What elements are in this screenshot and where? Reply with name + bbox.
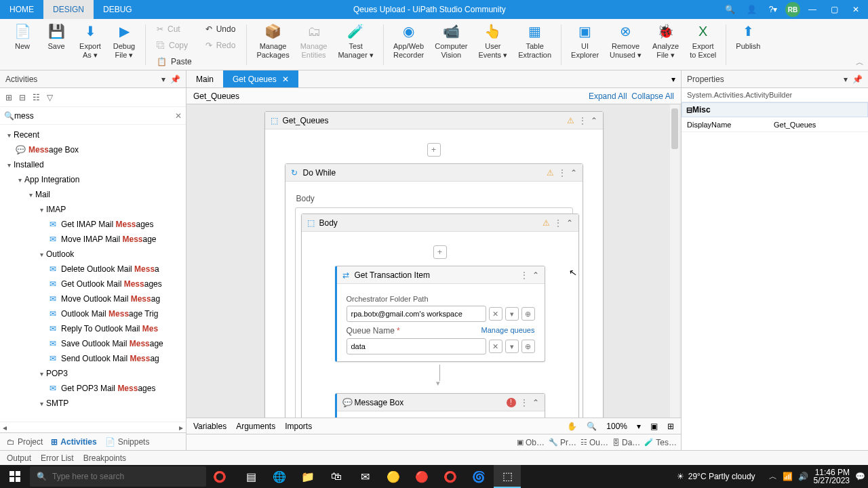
manage-queues-link[interactable]: Manage queues xyxy=(481,326,535,334)
clear-icon[interactable]: ✕ xyxy=(489,307,502,321)
tree-mail[interactable]: ▾Mail xyxy=(0,187,186,202)
menu-icon[interactable]: ⋮ xyxy=(554,218,562,228)
property-displayname[interactable]: DisplayName Get_Queues xyxy=(682,117,868,132)
breadcrumb[interactable]: Get_Queues xyxy=(193,92,239,101)
app-mail[interactable]: ✉ xyxy=(351,465,378,488)
app-opera[interactable]: ⭕ xyxy=(437,465,464,488)
taskbar-search-input[interactable] xyxy=(52,472,199,481)
analyze-file-button[interactable]: 🐞Analyze File ▾ xyxy=(647,22,684,60)
table-extraction-button[interactable]: ▦Table Extraction xyxy=(513,22,557,60)
ui-explorer-button[interactable]: ▣UI Explorer xyxy=(566,22,604,60)
taskbar-weather[interactable]: ☀ 29°C Partly cloudy xyxy=(677,472,755,481)
collapse-all-link[interactable]: Collapse All xyxy=(631,92,674,101)
tree-view-icon[interactable]: ☷ xyxy=(33,93,40,102)
publish-button[interactable]: ⬆Publish xyxy=(730,22,766,51)
activity-get-transaction[interactable]: ⇄Get Transaction Item⋮⌃ Orchestrator Fol… xyxy=(335,266,545,362)
errorlist-tab[interactable]: Error List xyxy=(41,453,74,463)
app-store[interactable]: 🛍 xyxy=(323,465,350,488)
arguments-tab[interactable]: Arguments xyxy=(236,422,275,431)
tray-chevron-icon[interactable]: ︿ xyxy=(769,471,777,483)
menu-debug[interactable]: DEBUG xyxy=(94,0,142,19)
manage-packages-button[interactable]: 📦Manage Packages xyxy=(251,22,294,60)
leaf-outlook-reply[interactable]: ✉Reply To Outlook Mail Mes xyxy=(0,321,186,336)
export-excel-button[interactable]: XExport to Excel xyxy=(684,22,722,60)
minimize-icon[interactable]: — xyxy=(803,0,822,19)
undo-button[interactable]: ↶ Undo xyxy=(201,22,240,37)
tree-smtp[interactable]: ▾SMTP xyxy=(0,396,186,411)
canvas-scrollbar[interactable] xyxy=(670,104,679,418)
leaf-outlook-trigger[interactable]: ✉Outlook Mail Message Trig xyxy=(0,306,186,321)
menu-icon[interactable]: ⋮ xyxy=(558,168,566,178)
footer-project-tab[interactable]: 🗀 Project xyxy=(7,437,43,447)
activity-get-queues[interactable]: ⬚Get_Queues⚠⋮⌃ + ↻Do While⚠⋮⌃ Body ⬚Body… xyxy=(264,111,604,418)
dropdown-icon[interactable]: ▾ xyxy=(161,75,165,84)
tab-get-queues[interactable]: Get Queues✕ xyxy=(223,70,298,87)
manage-entities-button[interactable]: 🗂Manage Entities xyxy=(295,22,333,60)
menu-icon[interactable]: ⋮ xyxy=(578,116,587,125)
tree-outlook[interactable]: ▾Outlook xyxy=(0,247,186,262)
add-activity-button[interactable]: + xyxy=(433,245,447,259)
app-uipath[interactable]: ⬚ xyxy=(494,465,521,488)
outline-object[interactable]: ▣ Ob… xyxy=(517,438,545,447)
dropdown-icon[interactable]: ▾ xyxy=(505,340,519,353)
copy-button[interactable]: ⿻ Copy xyxy=(153,38,196,53)
collapse-icon[interactable]: ⌃ xyxy=(532,398,539,407)
close-tab-icon[interactable]: ✕ xyxy=(282,70,289,88)
leaf-outlook-delete[interactable]: ✉Delete Outlook Mail Messa xyxy=(0,262,186,277)
outline-data[interactable]: 🗄 Da… xyxy=(612,438,640,447)
user-icon[interactable]: 👤 xyxy=(742,0,761,19)
activities-search-input[interactable] xyxy=(14,108,175,123)
dropdown-icon[interactable]: ▾ xyxy=(505,307,519,321)
folder-path-input[interactable] xyxy=(347,306,486,322)
app-chrome[interactable]: 🟡 xyxy=(380,465,407,488)
output-tab[interactable]: Output xyxy=(7,453,31,463)
app-edge[interactable]: 🌐 xyxy=(266,465,293,488)
plus-icon[interactable]: ⊕ xyxy=(521,307,535,321)
close-icon[interactable]: ✕ xyxy=(846,0,865,19)
appweb-recorder-button[interactable]: ◉App/Web Recorder xyxy=(388,22,429,60)
ribbon-collapse-icon[interactable]: ︿ xyxy=(856,57,864,68)
leaf-pop3-get[interactable]: ✉Get POP3 Mail Messages xyxy=(0,381,186,396)
debug-file-button[interactable]: ▶Debug File ▾ xyxy=(107,22,141,60)
tree-app-integration[interactable]: ▾App Integration xyxy=(0,172,186,187)
scroll-right-icon[interactable]: ▸ xyxy=(179,423,183,432)
activity-message-box[interactable]: 💬Message Box!⋮⌃ Text {} ! ⤢ xyxy=(335,393,545,418)
add-activity-button[interactable]: + xyxy=(427,143,441,157)
leaf-message-box[interactable]: 💬Message Box xyxy=(0,142,186,157)
leaf-imap-get[interactable]: ✉Get IMAP Mail Messages xyxy=(0,217,186,232)
help-icon[interactable]: ?▾ xyxy=(764,0,783,19)
app-browser[interactable]: 🌀 xyxy=(465,465,492,488)
expand-all-link[interactable]: Expand All xyxy=(589,92,627,101)
expand-icon[interactable]: ⊞ xyxy=(5,93,12,102)
save-button[interactable]: 💾Save xyxy=(39,22,73,51)
tree-installed[interactable]: ▾Installed xyxy=(0,157,186,172)
collapse-icon[interactable]: ⌃ xyxy=(566,218,573,228)
activity-do-while[interactable]: ↻Do While⚠⋮⌃ Body ⬚Body⚠⋮⌃ + ⇄Get Transa… xyxy=(285,163,583,418)
paste-button[interactable]: 📋 Paste xyxy=(153,54,196,69)
menu-home[interactable]: HOME xyxy=(0,0,43,19)
test-manager-button[interactable]: 🧪Test Manager ▾ xyxy=(332,22,378,60)
leaf-imap-move[interactable]: ✉Move IMAP Mail Message xyxy=(0,232,186,247)
tab-main[interactable]: Main xyxy=(186,70,223,87)
footer-snippets-tab[interactable]: 📄 Snippets xyxy=(105,437,150,447)
variables-tab[interactable]: Variables xyxy=(193,422,226,431)
tray-sound-icon[interactable]: 🔊 xyxy=(798,472,808,481)
property-category-misc[interactable]: ⊟ Misc xyxy=(682,102,868,117)
computer-vision-button[interactable]: 📹Computer Vision xyxy=(429,22,473,60)
cut-button[interactable]: ✂ Cut xyxy=(153,22,196,37)
collapse-icon[interactable]: ⌃ xyxy=(570,168,577,178)
app-explorer[interactable]: 📁 xyxy=(294,465,321,488)
scroll-left-icon[interactable]: ◂ xyxy=(3,423,7,432)
start-button[interactable] xyxy=(0,465,30,488)
fit-icon[interactable]: ▣ xyxy=(650,422,658,431)
export-as-button[interactable]: ⬇Export As ▾ xyxy=(73,22,107,60)
collapse-icon[interactable]: ⌃ xyxy=(591,116,597,125)
leaf-outlook-move[interactable]: ✉Move Outlook Mail Messag xyxy=(0,291,186,306)
outline-outline[interactable]: ☷ Ou… xyxy=(580,438,608,447)
tree-pop3[interactable]: ▾POP3 xyxy=(0,366,186,381)
outline-test[interactable]: 🧪 Tes… xyxy=(644,438,677,447)
new-button[interactable]: 📄New xyxy=(5,22,39,51)
cortana-icon[interactable]: ⭕ xyxy=(206,465,233,488)
zoom-dropdown-icon[interactable]: ▾ xyxy=(637,422,641,431)
footer-activities-tab[interactable]: ⊞ Activities xyxy=(51,437,96,447)
